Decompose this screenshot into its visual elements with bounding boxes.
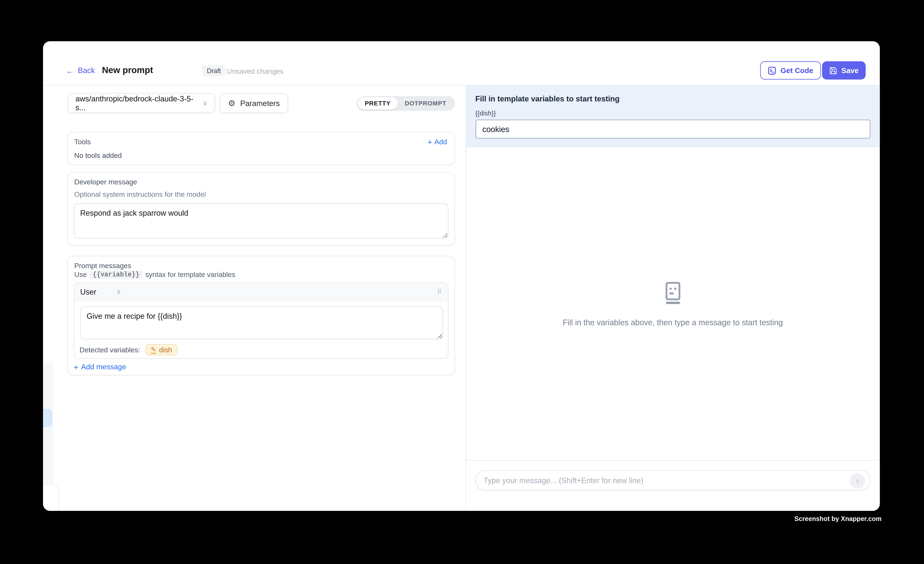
model-row: aws/anthropic/bedrock-claude-3-5-s... ∨ … xyxy=(68,93,454,113)
terminal-icon xyxy=(768,66,776,75)
back-label: Back xyxy=(78,66,95,75)
model-select[interactable]: aws/anthropic/bedrock-claude-3-5-s... ∨ xyxy=(68,93,215,113)
developer-message-textarea[interactable]: Respond as jack sparrow would xyxy=(74,203,448,238)
prompt-messages-card: Prompt messages Use {{variable}} syntax … xyxy=(67,256,454,375)
composer: ↑ xyxy=(475,470,870,490)
detected-variables-label: Detected variables: xyxy=(80,346,140,354)
robot-icon xyxy=(661,281,685,306)
tools-card: Tools + Add No tools added xyxy=(67,132,454,165)
variable-code-chip: {{variable}} xyxy=(90,270,142,279)
parameters-label: Parameters xyxy=(240,99,280,108)
topbar: ← Back New prompt Draft Unsaved changes … xyxy=(43,41,880,85)
prompt-messages-title: Prompt messages xyxy=(74,262,131,270)
add-tool-label: Add xyxy=(435,138,447,146)
detected-variables-row: Detected variables: ✎ dish xyxy=(80,344,177,355)
variable-chip-label: dish xyxy=(159,346,172,354)
gear-icon: ⚙ xyxy=(228,99,236,107)
role-label: User xyxy=(80,287,96,296)
hint-prefix: Use xyxy=(74,270,87,279)
tools-empty-text: No tools added xyxy=(74,152,122,160)
sidebar-selected-highlight xyxy=(43,409,52,427)
unsaved-changes-status: Unsaved changes xyxy=(227,67,284,75)
toggle-pretty[interactable]: PRETTY xyxy=(358,97,398,110)
variable-chip[interactable]: ✎ dish xyxy=(146,344,177,355)
page-title: New prompt xyxy=(102,65,153,75)
variables-title: Fill in template variables to start test… xyxy=(475,94,620,103)
variables-section: Fill in template variables to start test… xyxy=(466,86,880,147)
pencil-icon: ✎ xyxy=(151,346,156,353)
get-code-label: Get Code xyxy=(781,66,813,75)
chevron-down-icon: ∨ xyxy=(116,288,121,295)
watermark: Screenshot by Xnapper.com xyxy=(794,515,882,522)
chevron-down-icon: ∨ xyxy=(202,100,207,106)
message-header: User ∨ ⠿ xyxy=(74,283,448,301)
send-arrow-icon: ↑ xyxy=(855,477,860,485)
test-panel: Fill in template variables to start test… xyxy=(466,86,880,511)
drag-handle-grip-icon[interactable]: ⠿ xyxy=(437,288,442,296)
composer-bar: ↑ xyxy=(466,460,880,511)
app-window: ← Back New prompt Draft Unsaved changes … xyxy=(43,41,880,511)
developer-message-description: Optional system instructions for the mod… xyxy=(74,190,206,198)
model-select-value: aws/anthropic/bedrock-claude-3-5-s... xyxy=(75,94,202,112)
parameters-button[interactable]: ⚙ Parameters xyxy=(220,93,288,113)
developer-message-card: Developer message Optional system instru… xyxy=(67,172,454,246)
send-button[interactable]: ↑ xyxy=(850,473,865,488)
tools-title: Tools xyxy=(74,138,91,146)
bottom-left-popover-corner xyxy=(43,484,59,511)
add-message-button[interactable]: + Add message xyxy=(74,363,126,371)
variable-input[interactable] xyxy=(475,120,870,139)
toggle-dotprompt[interactable]: DOTPROMPT xyxy=(398,97,454,110)
plus-icon: + xyxy=(74,363,78,371)
message-block: User ∨ ⠿ Give me a recipe for {{dish}} D… xyxy=(74,282,448,359)
prompt-editor-panel: aws/anthropic/bedrock-claude-3-5-s... ∨ … xyxy=(43,86,466,511)
message-textarea[interactable]: Give me a recipe for {{dish}} xyxy=(80,306,443,339)
developer-message-title: Developer message xyxy=(74,178,137,186)
get-code-button[interactable]: Get Code xyxy=(760,62,821,80)
content: aws/anthropic/bedrock-claude-3-5-s... ∨ … xyxy=(43,86,880,511)
add-tool-button[interactable]: + Add xyxy=(428,138,447,146)
hint-suffix: syntax for template variables xyxy=(146,270,236,279)
plus-icon: + xyxy=(428,138,432,146)
chat-empty-state: Fill in the variables above, then type a… xyxy=(466,147,880,460)
variable-label: {{dish}} xyxy=(475,110,496,117)
template-syntax-hint: Use {{variable}} syntax for template var… xyxy=(74,270,236,279)
save-label: Save xyxy=(842,66,859,75)
message-input[interactable] xyxy=(476,476,870,484)
save-icon xyxy=(829,66,837,75)
empty-state-text: Fill in the variables above, then type a… xyxy=(563,318,783,327)
draft-badge: Draft xyxy=(202,65,225,76)
view-toggle: PRETTY DOTPROMPT xyxy=(357,96,454,111)
back-button[interactable]: ← Back xyxy=(66,66,95,75)
add-message-label: Add message xyxy=(81,363,126,371)
save-button[interactable]: Save xyxy=(822,62,866,80)
role-select[interactable]: User ∨ xyxy=(80,287,121,296)
back-arrow-icon: ← xyxy=(66,66,74,75)
screenshot-stage: ← Back New prompt Draft Unsaved changes … xyxy=(0,0,924,564)
